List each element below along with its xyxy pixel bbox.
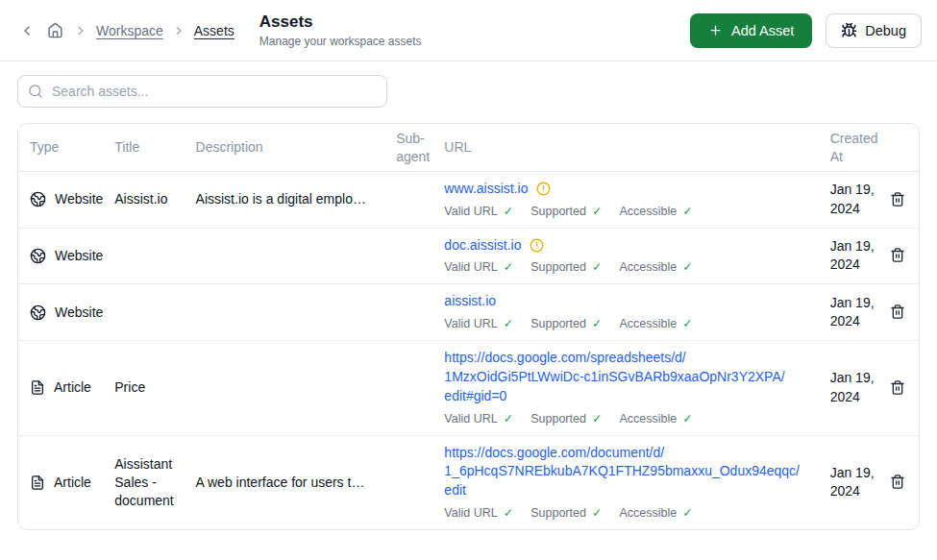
type-label: Website bbox=[55, 304, 103, 322]
created-at-cell: Jan 19, 2024 bbox=[819, 435, 882, 529]
url-cell: www.aissist.io Valid URL✓Supported✓Acces… bbox=[432, 171, 818, 228]
url-cell: https://docs.google.com/document/d/1_6pH… bbox=[432, 435, 818, 529]
globe-icon bbox=[30, 191, 46, 207]
type-label: Website bbox=[55, 247, 103, 265]
status-item: Valid URL✓ bbox=[444, 411, 513, 427]
status-item: Valid URL✓ bbox=[444, 204, 513, 220]
url-cell: https://docs.google.com/spreadsheets/d/1… bbox=[432, 341, 818, 436]
plus-icon bbox=[708, 23, 723, 37]
status-row: Valid URL✓Supported✓Accessible✓ bbox=[444, 411, 816, 427]
asset-url-link[interactable]: aissist.io bbox=[444, 292, 496, 311]
status-label: Supported bbox=[530, 505, 586, 522]
description-cell: A web interface for users t… bbox=[185, 435, 385, 529]
actions-cell bbox=[882, 228, 919, 284]
status-label: Accessible bbox=[619, 316, 677, 332]
debug-label: Debug bbox=[865, 23, 906, 38]
column-header-type: Type bbox=[18, 124, 103, 171]
url-cell: doc.aissist.io Valid URL✓Supported✓Acces… bbox=[432, 228, 818, 284]
status-item: Supported✓ bbox=[530, 204, 602, 220]
description-cell: Aissist.io is a digital emplo… bbox=[185, 171, 385, 228]
subagent-cell bbox=[384, 341, 432, 436]
delete-asset-button[interactable] bbox=[886, 376, 909, 400]
status-label: Valid URL bbox=[444, 204, 497, 220]
actions-cell bbox=[882, 171, 919, 228]
table-body: Website Aissist.io Aissist.io is a digit… bbox=[18, 171, 919, 529]
check-icon: ✓ bbox=[682, 204, 692, 220]
chevron-right-icon bbox=[74, 24, 87, 37]
page-header: Workspace Assets Assets Manage your work… bbox=[0, 0, 937, 61]
status-row: Valid URL✓Supported✓Accessible✓ bbox=[444, 316, 816, 332]
check-icon: ✓ bbox=[504, 505, 513, 522]
title-cell: Aissistant Sales - document bbox=[103, 435, 184, 529]
asset-url-link[interactable]: www.aissist.io bbox=[444, 180, 528, 199]
type-cell: Website bbox=[18, 171, 103, 228]
add-asset-label: Add Asset bbox=[731, 23, 794, 38]
actions-cell bbox=[882, 284, 919, 341]
subagent-cell bbox=[384, 171, 432, 228]
status-label: Supported bbox=[530, 259, 586, 276]
column-header-url: URL bbox=[432, 124, 818, 171]
check-icon: ✓ bbox=[592, 259, 602, 276]
status-item: Accessible✓ bbox=[619, 505, 692, 522]
delete-asset-button[interactable] bbox=[886, 187, 909, 211]
check-icon: ✓ bbox=[504, 411, 513, 427]
check-icon: ✓ bbox=[682, 505, 692, 522]
check-icon: ✓ bbox=[592, 316, 602, 332]
status-label: Accessible bbox=[619, 505, 677, 522]
status-item: Supported✓ bbox=[530, 411, 602, 427]
asset-url-link[interactable]: doc.aissist.io bbox=[444, 236, 521, 256]
breadcrumb: Workspace Assets bbox=[17, 20, 234, 40]
table-row: Article Aissistant Sales - document A we… bbox=[18, 435, 919, 529]
page-title: Assets bbox=[259, 12, 422, 32]
asset-url-link[interactable]: https://docs.google.com/document/d/1_6pH… bbox=[444, 444, 816, 501]
alert-circle-icon bbox=[530, 238, 544, 253]
title-cell bbox=[103, 284, 184, 341]
table-row: Website Aissist.io Aissist.io is a digit… bbox=[18, 171, 919, 228]
created-at-cell: Jan 19, 2024 bbox=[819, 341, 882, 436]
trash-icon bbox=[890, 474, 905, 490]
subagent-cell bbox=[384, 228, 432, 284]
delete-asset-button[interactable] bbox=[886, 243, 909, 267]
delete-asset-button[interactable] bbox=[886, 300, 909, 324]
status-label: Supported bbox=[530, 204, 586, 220]
status-label: Accessible bbox=[619, 259, 677, 276]
check-icon: ✓ bbox=[592, 505, 602, 522]
status-item: Supported✓ bbox=[530, 259, 602, 276]
home-button[interactable] bbox=[45, 20, 65, 40]
debug-button[interactable]: Debug bbox=[826, 13, 922, 48]
asset-url-link[interactable]: https://docs.google.com/spreadsheets/d/1… bbox=[444, 349, 816, 406]
file-text-icon bbox=[30, 475, 45, 491]
status-item: Accessible✓ bbox=[619, 316, 692, 332]
type-cell: Website bbox=[18, 284, 103, 341]
assets-page: Workspace Assets Assets Manage your work… bbox=[0, 0, 937, 560]
assets-table: Type Title Description Sub-agent URL Cre… bbox=[17, 123, 920, 530]
check-icon: ✓ bbox=[682, 411, 692, 427]
breadcrumb-workspace-link[interactable]: Workspace bbox=[96, 23, 163, 38]
actions-cell bbox=[882, 341, 919, 436]
header-actions: Add Asset Debug bbox=[690, 13, 922, 48]
status-label: Accessible bbox=[619, 204, 677, 220]
title-block: Assets Manage your workspace assets bbox=[259, 12, 422, 48]
title-cell bbox=[103, 228, 184, 284]
status-label: Supported bbox=[530, 411, 586, 427]
search-input[interactable] bbox=[17, 75, 387, 108]
description-cell bbox=[185, 341, 385, 436]
status-label: Accessible bbox=[619, 411, 677, 427]
globe-icon bbox=[30, 304, 46, 321]
breadcrumb-assets-link[interactable]: Assets bbox=[194, 23, 234, 38]
trash-icon bbox=[890, 379, 905, 396]
delete-asset-button[interactable] bbox=[886, 470, 909, 494]
table-row: Website aissist.io Valid URL✓Supported✓A… bbox=[18, 284, 919, 341]
status-label: Valid URL bbox=[444, 411, 497, 427]
title-cell: Aissist.io bbox=[103, 171, 184, 228]
status-label: Supported bbox=[530, 316, 586, 332]
add-asset-button[interactable]: Add Asset bbox=[690, 13, 812, 48]
check-icon: ✓ bbox=[504, 259, 513, 276]
status-item: Valid URL✓ bbox=[444, 259, 513, 276]
table-row: Website doc.aissist.io Valid URL✓Support… bbox=[18, 228, 919, 284]
check-icon: ✓ bbox=[592, 204, 602, 220]
back-button[interactable] bbox=[17, 21, 37, 40]
chevron-left-icon bbox=[19, 23, 35, 38]
table-header-row: Type Title Description Sub-agent URL Cre… bbox=[18, 124, 919, 171]
check-icon: ✓ bbox=[682, 259, 692, 276]
